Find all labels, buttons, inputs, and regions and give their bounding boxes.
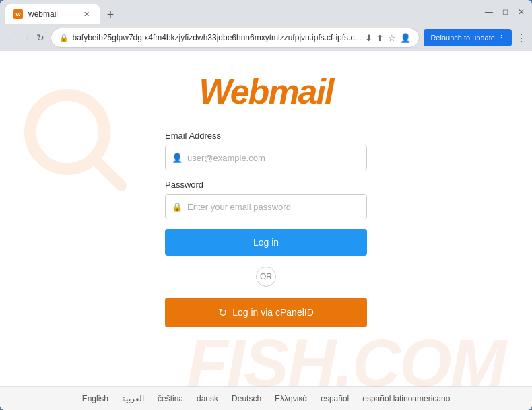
language-bar: English العربية čeština dansk Deutsch Ελ… [0,386,532,410]
lang-greek[interactable]: Ελληνικά [275,394,307,403]
cpanel-label: Log in via cPanelID [232,307,314,318]
cpanel-icon: ↻ [218,306,227,319]
lang-czech[interactable]: čeština [158,394,183,403]
share-icon[interactable]: ⬆ [376,33,384,43]
nav-bar: ← → ↻ 🔒 bafybeib25glpw7dgtx4fm4bkzjyfizd… [0,24,532,51]
back-button[interactable]: ← [5,28,16,47]
close-window-button[interactable]: ✕ [516,7,527,18]
password-input-wrapper: 🔒 [165,194,367,219]
divider-left [165,277,249,277]
email-input[interactable] [165,145,367,170]
browser-menu-button[interactable]: ⋮ [516,28,527,47]
active-tab[interactable]: W webmail ✕ [5,4,100,24]
relaunch-button[interactable]: Relaunch to update ⋮ [424,29,511,46]
or-divider: OR [165,267,367,287]
minimize-button[interactable]: — [484,7,494,18]
lang-english[interactable]: English [82,394,108,403]
reload-button[interactable]: ↻ [35,28,46,47]
tab-favicon: W [13,9,23,19]
address-bar[interactable]: 🔒 bafybeib25glpw7dgtx4fm4bkzjyfizdwh33jd… [51,28,420,48]
relaunch-label: Relaunch to update [430,34,494,42]
lang-arabic[interactable]: العربية [122,394,144,403]
bookmark-icon[interactable]: ☆ [388,33,396,43]
tab-strip: W webmail ✕ + [5,0,475,24]
password-input[interactable] [165,194,367,219]
password-group: Password 🔒 [165,180,367,219]
webmail-logo: Webmail [199,71,333,112]
relaunch-menu-icon: ⋮ [498,34,505,42]
or-text: OR [256,267,276,287]
password-label: Password [165,180,367,190]
email-group: Email Address 👤 [165,131,367,170]
maximize-button[interactable]: ☐ [500,7,510,18]
address-text: bafybeib25glpw7dgtx4fm4bkzjyfizdwh33jdbe… [73,33,362,42]
page-content: FISH.COM Webmail Email Address 👤 Passwor [0,51,532,410]
login-container: Webmail Email Address 👤 Password 🔒 [0,51,532,386]
window-controls: — ☐ ✕ [484,7,527,18]
lang-german[interactable]: Deutsch [232,394,261,403]
login-form: Email Address 👤 Password 🔒 Log in [165,131,367,327]
email-input-wrapper: 👤 [165,145,367,170]
new-tab-button[interactable]: + [101,5,120,24]
login-button[interactable]: Log in [165,229,367,256]
email-label: Email Address [165,131,367,141]
address-icons: ⬇ ⬆ ☆ 👤 [365,33,411,43]
cpanel-login-button[interactable]: ↻ Log in via cPanelID [165,298,367,327]
lock-icon: 🔒 [59,34,69,42]
lang-spanish[interactable]: español [321,394,349,403]
tab-close-button[interactable]: ✕ [81,9,92,20]
login-label: Log in [253,237,279,248]
profile-icon[interactable]: 👤 [400,33,411,43]
title-bar: W webmail ✕ + — ☐ ✕ [0,0,532,24]
browser-window: W webmail ✕ + — ☐ ✕ ← → ↻ 🔒 bafybeib25gl… [0,0,532,410]
lang-danish[interactable]: dansk [197,394,218,403]
download-icon[interactable]: ⬇ [365,33,372,43]
divider-right [283,277,367,277]
tab-title: webmail [28,9,58,19]
lang-spanish-latin[interactable]: español latinoamericano [362,394,450,403]
forward-button[interactable]: → [20,28,31,47]
